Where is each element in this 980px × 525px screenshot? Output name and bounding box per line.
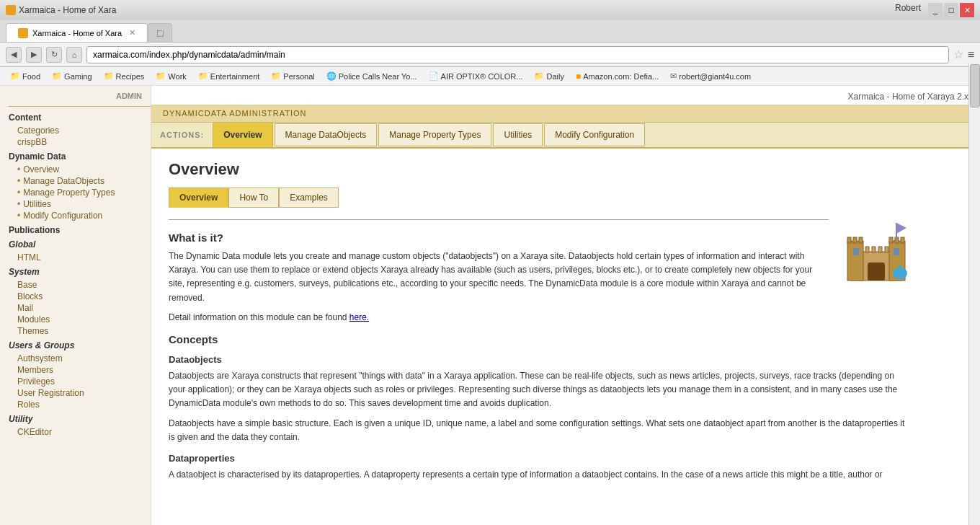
tab-title: Xarmaica - Home of Xara <box>32 29 122 38</box>
back-button[interactable]: ◀ <box>6 47 22 63</box>
close-button[interactable]: ✕ <box>960 3 974 17</box>
sidebar-link-categories[interactable]: Categories <box>17 125 151 136</box>
svg-rect-9 <box>865 247 869 252</box>
sidebar-link-overview[interactable]: •Overview <box>17 164 151 175</box>
sidebar-link-roles[interactable]: Roles <box>17 400 151 410</box>
sidebar: ADMIN Content Categories crispBB Dynamic… <box>0 86 151 525</box>
svg-rect-13 <box>868 262 885 281</box>
reload-button[interactable]: ↻ <box>46 47 62 63</box>
concepts-title: Concepts <box>169 333 912 345</box>
bookmarks-bar: 📁 Food 📁 Gaming 📁 Recipes 📁 Work 📁 Enter… <box>0 67 980 86</box>
svg-rect-1 <box>847 241 863 281</box>
tab-favicon <box>18 28 28 38</box>
svg-rect-4 <box>853 237 857 243</box>
inner-tabs: Overview How To Examples <box>169 188 912 208</box>
sidebar-link-base[interactable]: Base <box>17 280 151 290</box>
active-tab[interactable]: Xarmaica - Home of Xara ✕ <box>6 23 148 42</box>
action-tab-overview[interactable]: Overview <box>213 123 272 147</box>
bookmark-email[interactable]: ✉ robert@giant4u.com <box>666 70 755 82</box>
bullet-icon: • <box>17 164 20 175</box>
action-tab-manage-dataobjects[interactable]: Manage DataObjects <box>275 123 378 146</box>
new-tab-icon: □ <box>157 27 163 39</box>
sidebar-link-authsystem[interactable]: Authsystem <box>17 353 151 363</box>
menu-icon[interactable]: ≡ <box>968 48 974 61</box>
bookmark-entertainment[interactable]: 📁 Entertainment <box>194 70 264 82</box>
svg-rect-14 <box>853 248 859 255</box>
svg-rect-5 <box>859 237 863 243</box>
maximize-button[interactable]: □ <box>944 3 958 17</box>
here-link[interactable]: here. <box>349 312 369 322</box>
sidebar-link-modules[interactable]: Modules <box>17 314 151 325</box>
bookmark-gaming[interactable]: 📁 Gaming <box>48 70 97 82</box>
svg-rect-8 <box>901 237 904 243</box>
sidebar-link-html[interactable]: HTML <box>17 252 151 262</box>
dataobjects-text2: Dataobjects have a simple basic structur… <box>169 417 912 444</box>
sidebar-link-crispbb[interactable]: crispBB <box>17 137 151 147</box>
sidebar-link-utilities[interactable]: •Utilities <box>17 199 151 209</box>
inner-tab-overview[interactable]: Overview <box>169 188 228 208</box>
user-name: Robert <box>895 3 921 17</box>
sidebar-link-blocks[interactable]: Blocks <box>17 291 151 301</box>
bullet-icon: • <box>17 211 20 221</box>
sidebar-link-manage-dataobjects[interactable]: •Manage DataObjects <box>17 176 151 186</box>
sidebar-link-user-registration[interactable]: User Registration <box>17 388 151 398</box>
url-input[interactable] <box>86 46 949 63</box>
forward-button[interactable]: ▶ <box>26 47 42 63</box>
home-button[interactable]: ⌂ <box>66 47 82 63</box>
svg-rect-3 <box>847 237 851 243</box>
folder-icon: 📁 <box>271 71 281 81</box>
bookmark-recipes[interactable]: 📁 Recipes <box>99 70 149 82</box>
sidebar-link-themes[interactable]: Themes <box>17 326 151 336</box>
svg-rect-12 <box>885 247 888 252</box>
folder-icon: 📁 <box>104 71 114 81</box>
bookmark-star-icon[interactable]: ☆ <box>953 48 963 61</box>
bookmark-daily[interactable]: 📁 Daily <box>530 70 568 82</box>
what-is-it-text: The Dynamic Data module lets you create … <box>169 250 912 305</box>
dataobjects-text: Dataobjects are Xaraya constructs that r… <box>169 369 912 411</box>
sidebar-section-system: System <box>9 267 151 277</box>
svg-rect-11 <box>878 247 882 252</box>
action-tab-modify-config[interactable]: Modify Configuration <box>544 123 645 146</box>
bookmark-personal[interactable]: 📁 Personal <box>267 70 318 82</box>
dataproperties-text: A dataobject is characterised by its dat… <box>169 468 912 482</box>
bookmark-airoptix[interactable]: 📄 AIR OPTIX® COLOR... <box>424 70 527 82</box>
bullet-icon: • <box>17 199 20 209</box>
scrollbar-thumb[interactable] <box>970 64 980 107</box>
sidebar-section-content: Content <box>9 112 151 123</box>
inner-tab-howto[interactable]: How To <box>228 188 279 208</box>
content-area: Overview Overview How To Examples <box>151 149 930 499</box>
sidebar-divider <box>9 106 151 107</box>
new-tab[interactable]: □ <box>148 23 172 42</box>
svg-rect-15 <box>894 248 899 255</box>
action-tab-manage-property-types[interactable]: Manage Property Types <box>378 123 491 146</box>
sidebar-link-privileges[interactable]: Privileges <box>17 376 151 387</box>
tab-favicon <box>6 5 16 15</box>
sidebar-link-ckeditor[interactable]: CKEditor <box>17 427 151 437</box>
window-controls: Robert _ □ ✕ <box>895 3 974 17</box>
bookmark-amazon[interactable]: ■ Amazon.com: Defia... <box>571 70 663 83</box>
globe-icon: 🌐 <box>326 71 337 81</box>
tab-close-button[interactable]: ✕ <box>129 28 135 38</box>
section-divider <box>169 219 829 220</box>
sidebar-link-modify-config[interactable]: •Modify Configuration <box>17 211 151 221</box>
svg-rect-10 <box>872 247 876 252</box>
actions-label: ACTIONS: <box>151 125 213 145</box>
svg-rect-6 <box>889 237 893 243</box>
action-tab-utilities[interactable]: Utilities <box>493 123 543 146</box>
minimize-button[interactable]: _ <box>928 3 943 17</box>
sidebar-section-utility: Utility <box>9 414 151 424</box>
sidebar-section-users-groups: Users & Groups <box>9 340 151 350</box>
sidebar-link-manage-property-types[interactable]: •Manage Property Types <box>17 188 151 198</box>
tab-bar: Xarmaica - Home of Xara ✕ □ <box>0 20 980 43</box>
bookmark-food[interactable]: 📁 Food <box>6 70 45 82</box>
scrollbar-track[interactable] <box>968 63 980 525</box>
sidebar-link-members[interactable]: Members <box>17 365 151 375</box>
folder-icon: 📁 <box>10 71 20 81</box>
inner-tab-examples[interactable]: Examples <box>279 188 339 208</box>
bookmark-work[interactable]: 📁 Work <box>151 70 190 82</box>
actions-bar: ACTIONS: Overview Manage DataObjects Man… <box>151 123 980 149</box>
main-content: Xarmaica - Home of Xaraya 2.x DYNAMICDAT… <box>151 86 980 525</box>
bookmark-police[interactable]: 🌐 Police Calls Near Yo... <box>322 70 422 82</box>
address-bar: ◀ ▶ ↻ ⌂ ☆ ≡ <box>0 43 980 67</box>
sidebar-link-mail[interactable]: Mail <box>17 303 151 313</box>
